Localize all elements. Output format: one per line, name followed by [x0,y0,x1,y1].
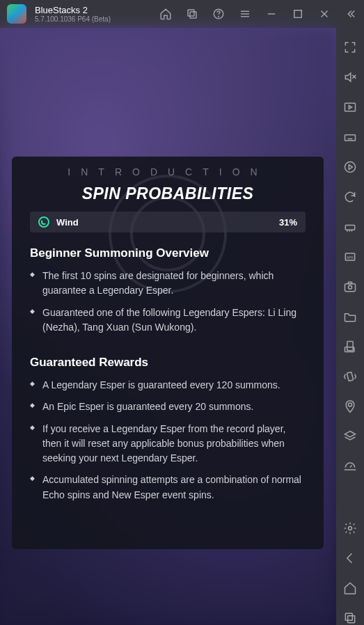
section1-list: The first 10 spins are designated for be… [30,269,306,335]
list-item: The first 10 spins are designated for be… [30,269,306,299]
element-probability-row: Wind 31% [30,212,306,232]
svg-rect-32 [347,342,353,351]
app-name: BlueStacks 2 [35,5,111,15]
svg-line-37 [350,465,352,467]
volume-icon[interactable] [343,70,357,84]
recents-icon[interactable] [186,8,198,20]
home-icon[interactable] [159,8,172,20]
app-version: 5.7.100.1036 P64 (Beta) [35,15,111,23]
svg-rect-16 [345,135,356,141]
back-icon[interactable] [343,551,357,565]
recents-nav-icon[interactable] [343,611,357,625]
wind-element-icon [38,216,49,228]
svg-marker-15 [349,106,351,109]
menu-icon[interactable] [239,8,251,20]
section-heading-1: Beginner Summoning Overview [30,246,306,260]
help-icon[interactable] [212,8,225,20]
svg-rect-40 [345,613,352,620]
svg-marker-22 [349,165,352,170]
close-icon[interactable] [318,8,331,20]
svg-point-30 [349,285,352,289]
section-heading-2: Guaranteed Rewards [30,356,306,370]
maximize-icon[interactable] [292,8,304,20]
svg-point-21 [345,162,356,173]
fullscreen-icon[interactable] [343,40,357,54]
right-sidebar: APK [336,28,364,625]
rotate-icon[interactable] [343,340,357,354]
modal-eyebrow: INTRODUCTION [30,166,306,177]
section2-list: A Legendary Esper is guaranteed every 12… [30,378,306,503]
list-item: If you receive a Legendary Esper from th… [30,422,306,466]
svg-text:APK: APK [347,255,354,260]
svg-rect-31 [349,282,352,284]
apk-icon[interactable]: APK [343,250,357,264]
list-item: Accumulated spinning attempts are a comb… [30,473,306,503]
svg-rect-8 [294,10,302,18]
settings-icon[interactable] [343,521,357,535]
list-item: An Epic Esper is guaranteed every 20 sum… [30,399,306,414]
screenshot-icon[interactable] [343,100,357,114]
svg-rect-41 [348,616,355,623]
memory-icon[interactable] [343,220,357,234]
svg-point-35 [349,403,352,406]
svg-point-39 [349,527,352,530]
folder-icon[interactable] [343,310,357,324]
layers-icon[interactable] [343,429,357,443]
location-icon[interactable] [343,399,357,413]
app-viewport: INTRODUCTION SPIN PROBABILITIES Wind 31%… [0,28,336,625]
keyboard-icon[interactable] [343,130,357,144]
svg-rect-34 [347,372,353,381]
svg-rect-23 [345,226,354,230]
svg-marker-36 [345,432,356,437]
element-label: Wind [56,217,79,228]
svg-rect-1 [190,12,196,18]
element-percent: 31% [279,217,297,228]
spin-probabilities-modal: INTRODUCTION SPIN PROBABILITIES Wind 31%… [12,157,324,549]
dashboard-icon[interactable] [343,459,357,473]
svg-point-3 [219,16,219,17]
svg-marker-11 [345,73,351,81]
bluestacks-logo [7,4,26,24]
modal-title: SPIN PROBABILITIES [30,184,306,203]
shake-icon[interactable] [343,370,357,383]
list-item: A Legendary Esper is guaranteed every 12… [30,378,306,393]
home-nav-icon[interactable] [343,581,357,595]
camera-icon[interactable] [343,280,357,294]
titlebar: BlueStacks 2 5.7.100.1036 P64 (Beta) [0,0,364,28]
svg-rect-14 [345,103,356,111]
svg-rect-0 [188,10,194,16]
svg-rect-29 [345,284,356,292]
speed-icon[interactable] [343,160,357,174]
list-item: Guaranteed one of the following Legendar… [30,306,306,335]
minimize-icon[interactable] [265,8,278,20]
sync-icon[interactable] [343,190,357,204]
collapse-sidebar-icon[interactable] [345,8,357,20]
